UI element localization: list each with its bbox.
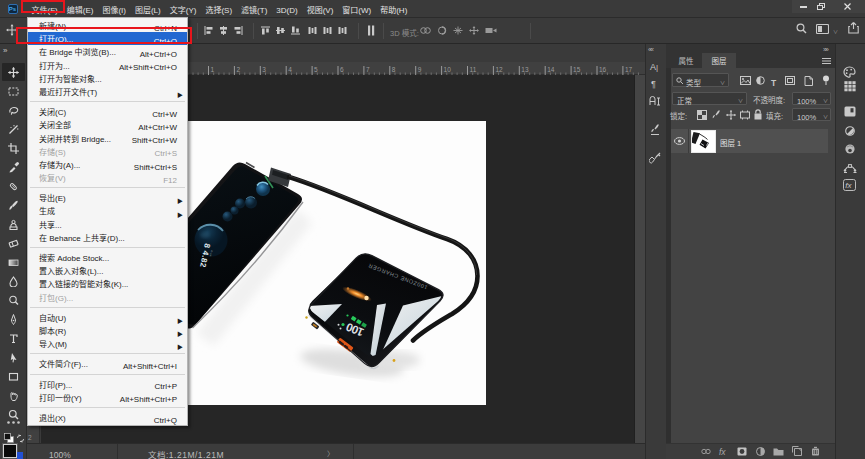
svg-text:14: 14: [547, 66, 555, 73]
svg-text:9: 9: [418, 66, 422, 73]
svg-text:4: 4: [288, 66, 292, 73]
svg-text:3: 3: [262, 66, 266, 73]
svg-text:5: 5: [314, 66, 318, 73]
svg-text:1: 1: [211, 66, 215, 73]
svg-text:8: 8: [392, 66, 396, 73]
svg-text:12: 12: [495, 66, 503, 73]
svg-text:11: 11: [470, 66, 477, 73]
svg-text:15: 15: [573, 66, 581, 73]
svg-text:2: 2: [236, 66, 240, 73]
svg-text:13: 13: [521, 66, 529, 73]
svg-text:17: 17: [625, 66, 633, 73]
svg-text:fx: fx: [845, 181, 852, 190]
svg-text:16: 16: [599, 66, 607, 73]
svg-text:6: 6: [340, 66, 344, 73]
svg-text:10: 10: [444, 66, 452, 73]
svg-text:7: 7: [366, 66, 370, 73]
